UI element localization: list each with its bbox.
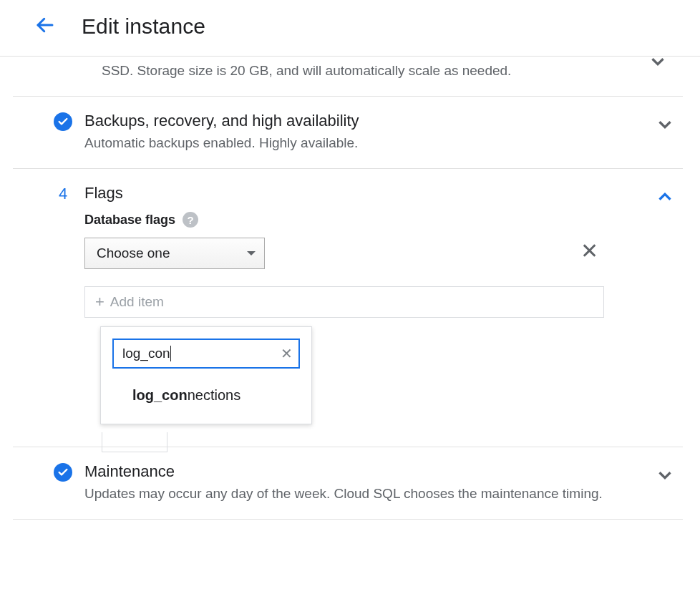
backups-title: Backups, recovery, and high availability (84, 111, 604, 131)
plus-icon: + (95, 293, 104, 311)
storage-description: SSD. Storage size is 20 GB, and will aut… (13, 61, 683, 80)
section-maintenance[interactable]: Maintenance Updates may occur any day of… (13, 447, 683, 520)
flags-title: Flags (84, 183, 604, 203)
help-icon[interactable]: ? (183, 212, 198, 228)
remove-flag-button[interactable]: ✕ (580, 240, 598, 262)
flag-select-label: Choose one (97, 245, 170, 261)
section-storage: SSD. Storage size is 20 GB, and will aut… (13, 48, 683, 97)
check-circle-icon (54, 112, 72, 131)
add-item-button[interactable]: + Add item (84, 286, 604, 318)
chevron-down-icon[interactable] (647, 51, 669, 75)
backups-subtitle: Automatic backups enabled. Highly availa… (84, 134, 604, 152)
section-backups[interactable]: Backups, recovery, and high availability… (13, 97, 683, 169)
maintenance-title: Maintenance (84, 462, 604, 482)
clear-search-icon[interactable]: ✕ (281, 345, 293, 362)
flag-select[interactable]: Choose one (84, 238, 265, 269)
check-circle-icon (54, 463, 72, 482)
back-arrow-icon[interactable] (34, 14, 56, 39)
database-flags-label: Database flags ? (84, 212, 604, 228)
maintenance-subtitle: Updates may occur any day of the week. C… (84, 485, 604, 503)
chevron-down-icon[interactable] (654, 464, 676, 489)
flag-search-input[interactable]: log_con ✕ (112, 339, 300, 369)
chevron-up-icon[interactable] (654, 186, 676, 210)
dropdown-triangle-icon (247, 251, 256, 255)
ghost-box (102, 432, 167, 452)
flag-option-log-connections[interactable]: log_connections (101, 374, 311, 417)
step-number: 4 (59, 185, 67, 203)
page-title: Edit instance (82, 14, 205, 39)
flag-dropdown-panel: log_con ✕ log_connections (100, 326, 312, 424)
flag-search-value: log_con (122, 346, 281, 362)
chevron-down-icon[interactable] (654, 114, 676, 138)
